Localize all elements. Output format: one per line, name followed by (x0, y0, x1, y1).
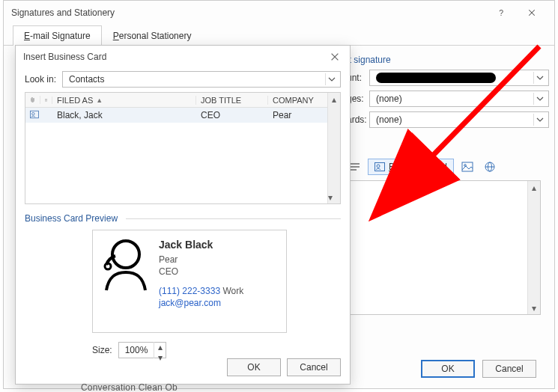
window-title: Signatures and Stationery (11, 7, 115, 18)
svg-point-19 (32, 112, 34, 114)
card-phone-type: Work (222, 286, 243, 296)
new-messages-value: (none) (376, 94, 402, 104)
chevron-down-icon (533, 72, 545, 84)
card-email: jack@pear.com (159, 298, 221, 308)
picture-icon (461, 162, 473, 172)
ok-button[interactable]: OK (421, 360, 475, 378)
preview-heading: Business Card Preview (25, 213, 341, 224)
scroll-down-icon[interactable]: ▾ (328, 191, 333, 203)
contacts-grid: FILED AS ▲ JOB TITLE COMPANY Black, Jack… (25, 92, 341, 204)
svg-point-21 (105, 263, 111, 269)
contact-icon (30, 110, 39, 119)
card-company: Pear (159, 254, 243, 266)
tab-email-rest: -mail Signature (30, 31, 91, 42)
tabs: E-mail Signature Personal Stationery (4, 25, 554, 46)
col-job-title[interactable]: JOB TITLE (196, 96, 268, 105)
size-label: Size: (92, 345, 112, 355)
tab-email-accel: E (24, 31, 30, 42)
business-card-preview: Jack Black Pear CEO (111) 222-3333 Work … (92, 230, 287, 333)
account-select[interactable] (369, 70, 549, 86)
svg-text:?: ? (499, 8, 503, 17)
business-card-icon (374, 162, 385, 171)
globe-icon (484, 161, 496, 173)
col-card[interactable] (40, 97, 52, 104)
spin-down-icon[interactable]: ▾ (154, 352, 166, 363)
col-icon[interactable] (25, 96, 40, 104)
business-card-accel: B (389, 162, 395, 172)
lookin-value: Contacts (69, 74, 104, 85)
child-ok-button[interactable]: OK (227, 358, 281, 376)
scrollbar[interactable]: ▴ ▾ (527, 181, 540, 314)
child-close-button[interactable] (327, 49, 342, 64)
scroll-down-icon[interactable]: ▾ (528, 301, 540, 314)
replies-forwards-select[interactable]: (none) (369, 111, 549, 128)
signature-editor[interactable]: ▴ ▾ (347, 180, 541, 315)
chevron-down-icon (325, 73, 337, 85)
card-name: Jack Black (159, 238, 243, 252)
grid-header: FILED AS ▲ JOB TITLE COMPANY (25, 93, 340, 108)
background-cut-text: Conversation Clean Ob (81, 382, 178, 392)
tab-personal-stationery[interactable]: Personal Stationery (102, 25, 203, 46)
lookin-label: Look in: (25, 74, 56, 85)
chevron-down-icon (533, 114, 545, 126)
paperclip-icon (30, 96, 35, 104)
tab-email-signature[interactable]: E-mail Signature (13, 25, 102, 46)
chevron-down-icon (533, 93, 545, 105)
hyperlink-button[interactable] (481, 158, 499, 176)
size-stepper[interactable]: 100% ▴ ▾ (118, 342, 167, 358)
svg-point-20 (112, 241, 139, 268)
account-value-redacted (376, 73, 496, 83)
replies-forwards-value: (none) (376, 114, 402, 125)
scroll-up-icon[interactable]: ▴ (528, 181, 540, 194)
business-card-rest: usiness Card (395, 162, 447, 172)
tab-personal-rest: ersonal Stationery (119, 31, 192, 42)
cell-job-title: CEO (196, 110, 268, 120)
main-actions: OK Cancel (421, 360, 536, 378)
grid-scrollbar[interactable]: ▴ ▾ (327, 93, 340, 203)
child-actions: OK Cancel (227, 358, 341, 376)
tab-personal-accel: P (113, 31, 119, 42)
help-button[interactable]: ? (487, 2, 517, 23)
picture-button[interactable] (458, 159, 476, 175)
titlebar: Signatures and Stationery ? (4, 1, 554, 25)
table-row[interactable]: Black, Jack CEO Pear (25, 108, 340, 123)
editor-toolbar: Business Card (347, 158, 541, 176)
svg-point-7 (377, 165, 380, 168)
new-messages-select[interactable]: (none) (369, 91, 549, 107)
card-title: CEO (159, 266, 243, 278)
avatar-icon (102, 238, 150, 293)
svg-rect-15 (45, 99, 47, 100)
insert-business-card-dialog: Insert Business Card Look in: Contacts (15, 45, 351, 385)
card-phone: (111) 222-3333 (159, 286, 220, 296)
row-icon (25, 110, 40, 121)
lookin-select[interactable]: Contacts (62, 71, 341, 88)
default-signature-heading: lt signature (347, 55, 541, 65)
card-icon (45, 97, 47, 104)
cancel-button[interactable]: Cancel (482, 360, 536, 378)
child-cancel-button[interactable]: Cancel (287, 358, 341, 376)
col-filed-as[interactable]: FILED AS ▲ (52, 96, 196, 105)
spin-up-icon[interactable]: ▴ (154, 342, 166, 352)
child-titlebar: Insert Business Card (16, 46, 350, 68)
business-card-button[interactable]: Business Card (368, 159, 454, 175)
sort-asc-icon: ▲ (96, 97, 103, 104)
child-window-title: Insert Business Card (23, 52, 106, 62)
scroll-up-icon[interactable]: ▴ (328, 93, 340, 105)
size-value: 100% (119, 345, 154, 355)
close-button[interactable] (517, 2, 547, 23)
cell-filed-as: Black, Jack (52, 110, 196, 120)
col-filed-as-label: FILED AS (57, 96, 93, 105)
